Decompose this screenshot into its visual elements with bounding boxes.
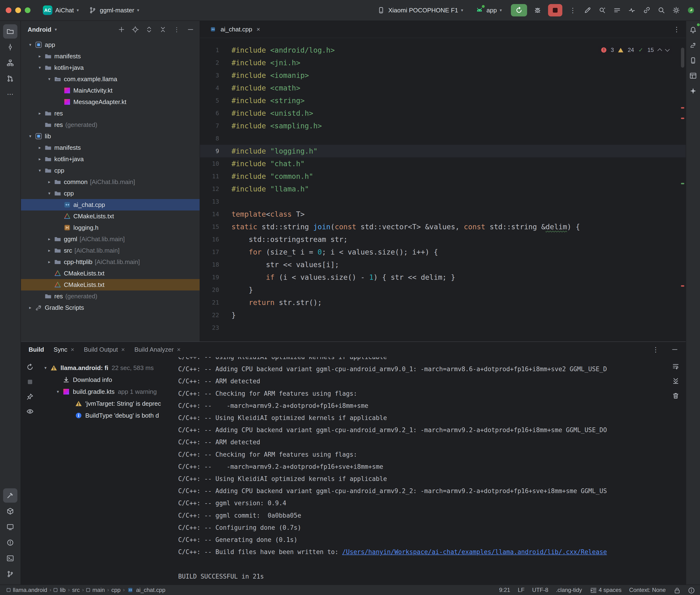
pin-icon[interactable]	[26, 392, 34, 401]
code-line[interactable]: 9#include "logging.h"	[200, 145, 686, 158]
build-tree-item[interactable]: ▾build.gradle.ktsapp 1 warning	[39, 386, 171, 398]
code-line[interactable]: 4#include <cmath>	[200, 82, 686, 94]
avatar[interactable]	[687, 6, 695, 15]
breadcrumb-item[interactable]: llama.android	[7, 587, 47, 593]
encoding[interactable]: UTF-8	[532, 587, 548, 593]
line-number[interactable]: 2	[200, 56, 231, 69]
breadcrumb-item[interactable]: src	[72, 587, 80, 593]
lock-icon[interactable]	[673, 587, 680, 593]
stop-disabled-icon[interactable]	[26, 378, 34, 386]
layout-inspector-icon[interactable]	[688, 70, 699, 81]
tree-expander-icon[interactable]: ▾	[36, 168, 43, 173]
panel-options-icon[interactable]: ⋮	[171, 24, 182, 35]
tree-expander-icon[interactable]: ▾	[46, 77, 53, 82]
tree-item[interactable]: ▸manifests	[21, 142, 200, 153]
tree-expander-icon[interactable]: ▾	[54, 389, 61, 394]
line-number[interactable]: 5	[200, 94, 231, 107]
tree-item[interactable]: ▾kotlin+java	[21, 62, 200, 73]
tree-expander-icon[interactable]: ▾	[46, 191, 53, 196]
build-tree-item[interactable]: Download info	[39, 374, 171, 386]
zoom-button[interactable]	[25, 7, 30, 13]
search-everywhere-icon[interactable]	[657, 6, 666, 15]
tree-item[interactable]: ▸common[AiChat.lib.main]	[21, 176, 200, 188]
run-options-menu[interactable]: ⋮	[568, 6, 577, 14]
eye-icon[interactable]	[26, 407, 34, 416]
stop-button[interactable]	[548, 4, 562, 17]
error-mark[interactable]	[681, 118, 684, 119]
tree-item[interactable]: MainActivity.kt	[21, 85, 200, 96]
minimize-panel-icon[interactable]	[670, 344, 680, 355]
build-tab-build-output[interactable]: Build Output×	[84, 346, 125, 353]
tree-item[interactable]: ai_chat.cpp	[21, 199, 200, 210]
build-tree-item[interactable]: 'jvmTarget: String' is deprec	[39, 398, 171, 409]
tree-item[interactable]: ▸cpp-httplib[AiChat.lib.main]	[21, 256, 200, 267]
close-button[interactable]	[6, 7, 11, 13]
project-view-selector[interactable]: Android	[28, 26, 52, 33]
context-indicator[interactable]: Context: None	[629, 587, 666, 593]
tree-item[interactable]: ▸kotlin+java	[21, 153, 200, 165]
code-line[interactable]: 23	[200, 321, 686, 334]
code-line[interactable]: 2#include <jni.h>	[200, 56, 686, 69]
tree-item[interactable]: CMakeLists.txt	[21, 267, 200, 279]
tree-expander-icon[interactable]: ▾	[27, 134, 34, 139]
build-tree-item[interactable]: ▾llama.android: fi22 sec, 583 ms	[39, 362, 171, 374]
build-tab-sync[interactable]: Sync×	[54, 346, 74, 353]
settings-gear-icon[interactable]	[672, 6, 680, 15]
close-tab-icon[interactable]: ×	[177, 346, 180, 353]
clear-console-icon[interactable]	[671, 391, 680, 400]
ai-search-icon[interactable]	[598, 6, 607, 15]
soft-wrap-icon[interactable]	[671, 362, 680, 370]
device-manager-icon[interactable]	[688, 55, 699, 66]
add-icon[interactable]	[116, 24, 127, 35]
link-icon[interactable]	[642, 6, 651, 15]
minimize-button[interactable]	[15, 7, 21, 13]
tree-item[interactable]: CMakeLists.txt	[21, 210, 200, 222]
code-line[interactable]: 14template<class T>	[200, 208, 686, 221]
build-options-icon[interactable]: ⋮	[651, 346, 660, 353]
code-line[interactable]: 13	[200, 195, 686, 208]
code-line[interactable]: 20 }	[200, 284, 686, 296]
tree-expander-icon[interactable]: ▸	[46, 259, 53, 264]
dependencies-icon[interactable]	[3, 504, 18, 518]
code-area[interactable]: 1#include <android/log.h>2#include <jni.…	[200, 38, 686, 341]
build-tool-icon[interactable]	[3, 488, 18, 503]
refresh-icon[interactable]	[26, 363, 34, 371]
line-number[interactable]: 16	[200, 233, 231, 246]
tree-item[interactable]: ▾lib	[21, 131, 200, 142]
version-control-icon[interactable]	[3, 567, 18, 581]
tree-item[interactable]: ▸res	[21, 108, 200, 119]
close-tab-icon[interactable]: ×	[121, 346, 125, 353]
tree-expander-icon[interactable]: ▸	[36, 145, 43, 150]
tree-item[interactable]: ▸Gradle Scripts	[21, 302, 200, 313]
prev-problem-icon[interactable]	[657, 48, 662, 53]
device-selector[interactable]: Xiaomi POCOPHONE F1 ▾	[374, 4, 466, 16]
code-line[interactable]: 12#include "llama.h"	[200, 182, 686, 195]
console-link[interactable]: /Users/hanyin/Workspace/ai-chat/examples…	[342, 548, 607, 556]
commit-tool-icon[interactable]	[3, 40, 18, 54]
hide-panel-icon[interactable]	[185, 24, 196, 35]
line-number[interactable]: 10	[200, 158, 231, 170]
close-tab-icon[interactable]: ×	[71, 346, 74, 353]
code-line[interactable]: 6#include <unistd.h>	[200, 107, 686, 119]
rerun-button[interactable]	[511, 4, 527, 17]
tree-expander-icon[interactable]: ▸	[36, 157, 43, 162]
tree-item[interactable]: CMakeLists.txt	[21, 279, 200, 290]
editor-options-icon[interactable]: ⋮	[672, 26, 681, 33]
structure-tool-icon[interactable]	[3, 56, 18, 70]
tree-item[interactable]: ▾cpp	[21, 188, 200, 199]
line-number[interactable]: 19	[200, 271, 231, 284]
line-number[interactable]: 13	[200, 195, 231, 208]
change-mark[interactable]	[681, 183, 684, 184]
line-number[interactable]: 6	[200, 107, 231, 119]
next-problem-icon[interactable]	[665, 47, 670, 52]
running-devices-icon[interactable]	[3, 520, 18, 534]
collapse-all-icon[interactable]	[158, 24, 168, 35]
build-tab-build-analyzer[interactable]: Build Analyzer×	[134, 346, 180, 353]
code-line[interactable]: 22}	[200, 309, 686, 321]
tree-item[interactable]: res(generated)	[21, 290, 200, 302]
inspections-widget[interactable]: 3 24 ✓ 15	[598, 46, 672, 54]
tree-item[interactable]: MessageAdapter.kt	[21, 96, 200, 108]
code-line[interactable]: 19 if (i < values.size() - 1) { str << d…	[200, 271, 686, 284]
code-line[interactable]: 11#include "common.h"	[200, 170, 686, 182]
code-line[interactable]: 7#include <sampling.h>	[200, 119, 686, 132]
